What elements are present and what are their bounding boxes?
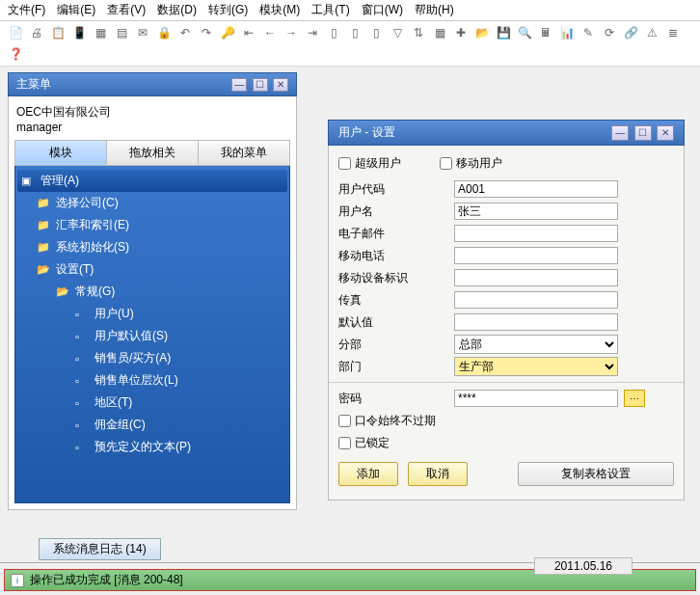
- user-settings-title: 用户 - 设置: [338, 124, 395, 141]
- save-icon[interactable]: 💾: [496, 25, 511, 41]
- tree-node[interactable]: 📂设置(T): [17, 258, 287, 281]
- filter-icon[interactable]: ▽: [390, 25, 405, 41]
- maximize-icon[interactable]: ☐: [634, 125, 652, 141]
- tree-node-label: 汇率和索引(E): [56, 217, 129, 233]
- menu-bar: 文件(F) 编辑(E) 查看(V) 数据(D) 转到(G) 模块(M) 工具(T…: [0, 0, 700, 21]
- devid-input[interactable]: [454, 269, 618, 286]
- nav-next-icon[interactable]: →: [283, 25, 299, 41]
- defaults-input[interactable]: [454, 313, 618, 331]
- menu-goto[interactable]: 转到(G): [208, 2, 248, 18]
- tree-node[interactable]: 📁汇率和索引(E): [17, 214, 287, 236]
- tree-node-label: 销售员/买方(A): [94, 350, 171, 366]
- close-icon[interactable]: ✕: [273, 78, 288, 92]
- pencil-icon[interactable]: ✎: [580, 25, 596, 41]
- tree-node[interactable]: ▫地区(T): [17, 392, 287, 414]
- menu-file[interactable]: 文件(F): [8, 2, 45, 18]
- help-icon[interactable]: ❓: [8, 46, 23, 62]
- refresh-icon[interactable]: ⟳: [602, 25, 617, 41]
- tree-node[interactable]: ▫用户默认值(S): [17, 325, 287, 347]
- mail-icon[interactable]: ✉: [135, 25, 150, 41]
- menu-tools[interactable]: 工具(T): [311, 2, 349, 18]
- module-icon: ▣: [21, 175, 35, 187]
- copy-icon[interactable]: 📋: [50, 25, 66, 41]
- page3-icon[interactable]: ▯: [368, 25, 384, 41]
- tab-modules[interactable]: 模块: [14, 140, 107, 166]
- password-label: 密码: [338, 391, 454, 407]
- minimize-icon[interactable]: —: [611, 125, 629, 141]
- maximize-icon[interactable]: ☐: [253, 78, 268, 92]
- tree-node[interactable]: 📁选择公司(C): [17, 192, 287, 214]
- stack-icon[interactable]: ≣: [665, 25, 681, 41]
- locked-checkbox[interactable]: 已锁定: [338, 435, 390, 451]
- password-input[interactable]: [454, 390, 618, 407]
- tree-node[interactable]: ▫佣金组(C): [17, 414, 287, 436]
- neverexpire-checkbox[interactable]: 口令始终不过期: [338, 413, 436, 429]
- tree-node[interactable]: ▫用户(U): [17, 303, 287, 325]
- username-input[interactable]: [454, 203, 618, 220]
- dept-label: 部门: [338, 359, 454, 375]
- tab-mymenu[interactable]: 我的菜单: [199, 140, 290, 166]
- lock-icon[interactable]: 🔒: [156, 25, 172, 41]
- find-icon[interactable]: 🔍: [517, 25, 532, 41]
- tree-node[interactable]: ▫销售单位层次(L): [17, 369, 287, 392]
- mobileuser-checkbox[interactable]: 移动用户: [440, 155, 502, 172]
- usercode-label: 用户代码: [338, 181, 454, 198]
- menu-help[interactable]: 帮助(H): [415, 2, 454, 18]
- tree-node-label: 用户(U): [94, 306, 134, 322]
- copy-settings-button[interactable]: 复制表格设置: [518, 462, 674, 486]
- menu-edit[interactable]: 编辑(E): [57, 2, 95, 18]
- grid-icon[interactable]: ▦: [432, 25, 447, 41]
- warn-icon[interactable]: ⚠: [644, 25, 660, 41]
- usercode-input[interactable]: [454, 180, 618, 198]
- minimize-icon[interactable]: —: [231, 78, 247, 92]
- nav-first-icon[interactable]: ⇤: [241, 25, 256, 41]
- mobile-input[interactable]: [454, 247, 618, 264]
- dept-select[interactable]: 生产部: [454, 357, 618, 376]
- folder-icon: 📁: [37, 197, 50, 209]
- item-icon: ▫: [75, 309, 89, 320]
- fax-input[interactable]: [454, 291, 618, 309]
- email-input[interactable]: [454, 225, 618, 242]
- tree-node-label: 系统初始化(S): [56, 239, 129, 256]
- nav-prev-icon[interactable]: ←: [262, 25, 278, 41]
- tree-node[interactable]: ▫销售员/买方(A): [17, 347, 287, 369]
- password-button[interactable]: ⋯: [624, 390, 645, 407]
- calc-icon[interactable]: 🖩: [538, 25, 553, 41]
- link-icon[interactable]: 🔗: [623, 25, 638, 41]
- email-label: 电子邮件: [338, 226, 454, 242]
- superuser-checkbox[interactable]: 超级用户: [338, 155, 401, 172]
- tree-root[interactable]: ▣ 管理(A): [17, 170, 287, 192]
- fax-label: 传真: [338, 292, 454, 309]
- tree-node-label: 用户默认值(S): [94, 328, 168, 344]
- menu-data[interactable]: 数据(D): [157, 2, 197, 18]
- menu-window[interactable]: 窗口(W): [362, 2, 403, 18]
- log-tab[interactable]: 系统消息日志 (14): [39, 538, 161, 560]
- tab-drag[interactable]: 拖放相关: [107, 140, 199, 166]
- sort-icon[interactable]: ⇅: [411, 25, 426, 41]
- print-icon[interactable]: 🖨: [29, 25, 44, 41]
- tree-node[interactable]: 📂常规(G): [17, 281, 287, 303]
- add-button[interactable]: 添加: [338, 462, 398, 486]
- key-icon[interactable]: 🔑: [220, 25, 235, 41]
- word-icon[interactable]: ▤: [114, 25, 129, 41]
- branch-select[interactable]: 总部: [454, 335, 618, 354]
- phone-icon[interactable]: 📱: [71, 25, 87, 41]
- open-icon[interactable]: 📂: [474, 25, 490, 41]
- tree-node[interactable]: 📁系统初始化(S): [17, 236, 287, 258]
- redo-icon[interactable]: ↷: [199, 25, 214, 41]
- page1-icon[interactable]: ▯: [326, 25, 341, 41]
- user-role: manager: [14, 121, 290, 140]
- page2-icon[interactable]: ▯: [347, 25, 363, 41]
- close-icon[interactable]: ✕: [657, 125, 674, 141]
- nav-last-icon[interactable]: ⇥: [305, 25, 320, 41]
- chart-icon[interactable]: 📊: [559, 25, 575, 41]
- excel-icon[interactable]: ▦: [93, 25, 108, 41]
- cancel-button[interactable]: 取消: [408, 462, 468, 486]
- doc-icon[interactable]: 📄: [8, 25, 23, 41]
- tree-node-label: 设置(T): [56, 261, 94, 278]
- undo-icon[interactable]: ↶: [177, 25, 193, 41]
- menu-module[interactable]: 模块(M): [259, 2, 300, 18]
- new-icon[interactable]: ✚: [453, 25, 469, 41]
- menu-view[interactable]: 查看(V): [107, 2, 146, 18]
- tree-node[interactable]: ▫预先定义的文本(P): [17, 436, 287, 458]
